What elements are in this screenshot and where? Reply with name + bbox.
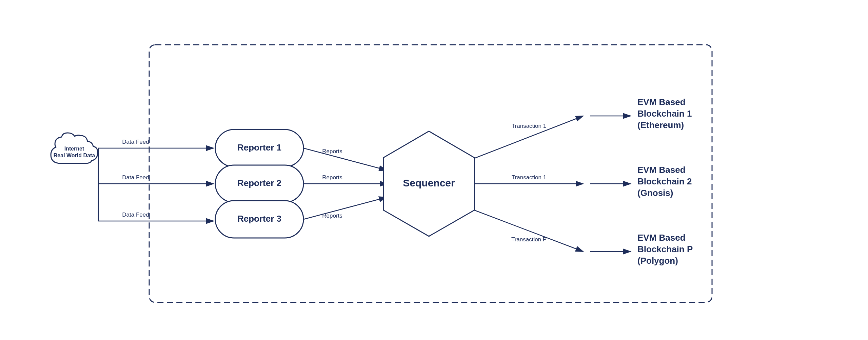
cloud-label-line2: Real World Data [54,153,95,158]
reports-label-3: Reports [322,213,342,219]
blockchain-3-line1: EVM Based [637,233,686,243]
reporter-1-label: Reporter 1 [237,142,281,152]
reports-label-1: Reports [322,148,342,155]
reporter-3-label: Reporter 3 [237,213,281,223]
cloud-group: Internet Real World Data [51,133,98,163]
blockchain-3-line3: (Polygon) [637,256,678,266]
tx-line-1 [474,116,583,158]
blockchain-2-line1: EVM Based [637,165,686,175]
reporter-2-label: Reporter 2 [237,178,281,188]
cloud-label-line1: Internet [64,146,84,152]
tx-label-3: Transaction P [511,236,547,243]
blockchain-1-line3: (Ethereum) [637,120,684,130]
blockchain-1-line1: EVM Based [637,97,686,107]
datafeed-label-2: Data Feed [122,174,149,181]
diagram-container: Internet Real World Data Data Feed Data … [27,18,841,323]
blockchain-3-line2: Blockchain P [637,244,693,254]
tx-label-1: Transaction 1 [512,123,546,129]
datafeed-label-3: Data Feed [122,212,149,218]
reports-line-1 [303,148,387,170]
reports-line-3 [303,197,387,219]
datafeed-label-1: Data Feed [122,139,149,145]
tx-label-2: Transaction 1 [512,174,546,181]
blockchain-2-line2: Blockchain 2 [637,176,692,186]
blockchain-1-line2: Blockchain 1 [637,108,692,119]
reports-label-2: Reports [322,174,342,181]
blockchain-2-line3: (Gnosis) [637,188,673,198]
tx-line-3 [474,210,583,252]
sequencer-label: Sequencer [403,177,455,188]
